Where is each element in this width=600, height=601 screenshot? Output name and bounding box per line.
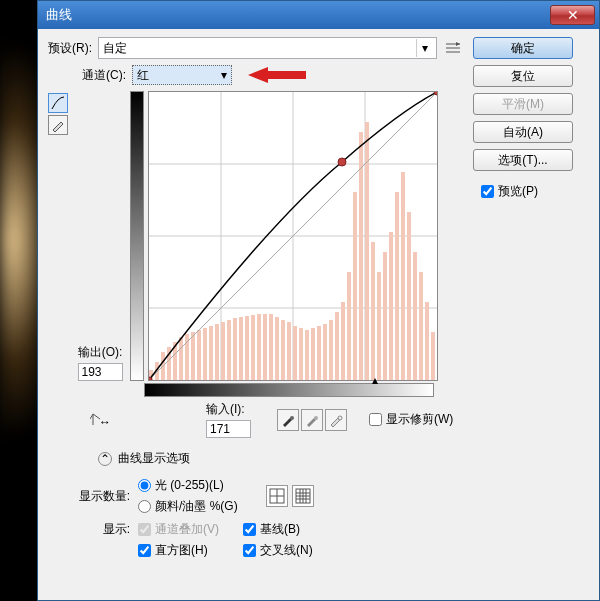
curve-tool-point[interactable] — [48, 93, 68, 113]
ok-button[interactable]: 确定 — [473, 37, 573, 59]
channel-label: 通道(C): — [82, 67, 126, 84]
svg-rect-42 — [335, 312, 339, 380]
svg-rect-36 — [299, 328, 303, 380]
show-clipping-label: 显示修剪(W) — [386, 411, 453, 428]
output-label: 输出(O): — [78, 344, 123, 361]
svg-rect-29 — [257, 314, 261, 380]
preset-select[interactable]: 自定 ▾ — [98, 37, 437, 59]
svg-rect-18 — [191, 332, 195, 380]
chk-overlay[interactable]: 通道叠加(V) — [138, 521, 219, 538]
svg-point-61 — [314, 416, 318, 420]
svg-marker-3 — [456, 42, 460, 46]
arrow-annotation — [248, 65, 308, 85]
smooth-button: 平滑(M) — [473, 93, 573, 115]
svg-rect-16 — [179, 337, 183, 380]
svg-text:↔: ↔ — [99, 415, 110, 429]
svg-rect-52 — [395, 192, 399, 380]
curve-tools — [48, 91, 70, 397]
chk-intersection[interactable]: 交叉线(N) — [243, 542, 313, 559]
preview-checkbox[interactable] — [481, 185, 494, 198]
show-clipping-checkbox[interactable] — [369, 413, 382, 426]
preview-checkbox-row[interactable]: 预览(P) — [481, 183, 578, 200]
radio-pigment[interactable]: 颜料/油墨 %(G) — [138, 498, 238, 515]
svg-point-60 — [290, 416, 294, 420]
svg-rect-48 — [371, 242, 375, 380]
close-button[interactable]: ✕ — [550, 5, 595, 25]
output-field[interactable] — [78, 363, 123, 381]
output-gradient — [130, 91, 144, 381]
curves-dialog: 曲线 ✕ 预设(R): 自定 ▾ 通道(C): 红 ▾ — [37, 0, 600, 601]
radio-light[interactable]: 光 (0-255)(L) — [138, 477, 238, 494]
svg-rect-49 — [377, 272, 381, 380]
output-group: 输出(O): — [70, 344, 130, 381]
svg-rect-44 — [347, 272, 351, 380]
svg-rect-51 — [389, 232, 393, 380]
svg-rect-28 — [251, 315, 255, 380]
svg-rect-50 — [383, 252, 387, 380]
svg-rect-54 — [407, 212, 411, 380]
chk-histogram[interactable]: 直方图(H) — [138, 542, 219, 559]
radio-pigment-input[interactable] — [138, 500, 151, 513]
display-options-header: 曲线显示选项 — [118, 450, 190, 467]
svg-rect-30 — [263, 314, 267, 380]
svg-rect-21 — [209, 326, 213, 380]
titlebar[interactable]: 曲线 ✕ — [38, 1, 599, 29]
svg-rect-35 — [293, 326, 297, 380]
amount-label: 显示数量: — [68, 488, 130, 505]
eyedropper-group — [277, 409, 347, 431]
preview-label: 预览(P) — [498, 183, 538, 200]
curve-tool-pencil[interactable] — [48, 115, 68, 135]
histogram-display — [149, 122, 435, 380]
svg-rect-53 — [401, 172, 405, 380]
eyedropper-black[interactable] — [277, 409, 299, 431]
eyedropper-white[interactable] — [325, 409, 347, 431]
svg-rect-55 — [413, 252, 417, 380]
curve-point-mid[interactable] — [338, 158, 346, 166]
svg-rect-27 — [245, 316, 249, 380]
collapse-toggle[interactable]: ⌃ — [98, 452, 112, 466]
svg-rect-25 — [233, 318, 237, 380]
input-gradient — [144, 383, 434, 397]
svg-rect-43 — [341, 302, 345, 380]
options-button[interactable]: 选项(T)... — [473, 149, 573, 171]
input-slider-marker[interactable]: ▴ — [372, 373, 378, 387]
svg-rect-38 — [311, 328, 315, 380]
grid-simple-button[interactable] — [266, 485, 288, 507]
svg-rect-56 — [419, 272, 423, 380]
grid-detailed-button[interactable] — [292, 485, 314, 507]
svg-rect-40 — [323, 324, 327, 380]
channel-value: 红 — [137, 67, 149, 84]
svg-rect-34 — [287, 322, 291, 380]
svg-rect-26 — [239, 317, 243, 380]
preset-value: 自定 — [103, 40, 127, 57]
channel-select[interactable]: 红 ▾ — [132, 65, 232, 85]
preset-label: 预设(R): — [48, 40, 92, 57]
radio-light-input[interactable] — [138, 479, 151, 492]
svg-rect-45 — [353, 192, 357, 380]
svg-rect-22 — [215, 324, 219, 380]
svg-rect-37 — [305, 330, 309, 380]
input-field[interactable] — [206, 420, 251, 438]
show-label: 显示: — [68, 521, 130, 538]
scrub-tool-icon[interactable]: ↔ — [88, 408, 112, 432]
eyedropper-gray[interactable] — [301, 409, 323, 431]
input-label: 输入(I): — [206, 401, 245, 418]
svg-rect-23 — [221, 322, 225, 380]
preset-menu-button[interactable] — [443, 39, 463, 57]
chk-baseline[interactable]: 基线(B) — [243, 521, 313, 538]
svg-rect-24 — [227, 320, 231, 380]
svg-rect-20 — [203, 328, 207, 380]
svg-rect-32 — [275, 317, 279, 380]
svg-rect-33 — [281, 320, 285, 380]
reset-button[interactable]: 复位 — [473, 65, 573, 87]
window-title: 曲线 — [46, 6, 72, 24]
svg-rect-58 — [431, 332, 435, 380]
svg-rect-57 — [425, 302, 429, 380]
svg-rect-39 — [317, 326, 321, 380]
auto-button[interactable]: 自动(A) — [473, 121, 573, 143]
svg-rect-31 — [269, 314, 273, 380]
svg-point-62 — [338, 416, 342, 420]
svg-rect-41 — [329, 320, 333, 380]
curve-graph[interactable] — [148, 91, 438, 381]
chevron-down-icon: ▾ — [221, 68, 227, 82]
